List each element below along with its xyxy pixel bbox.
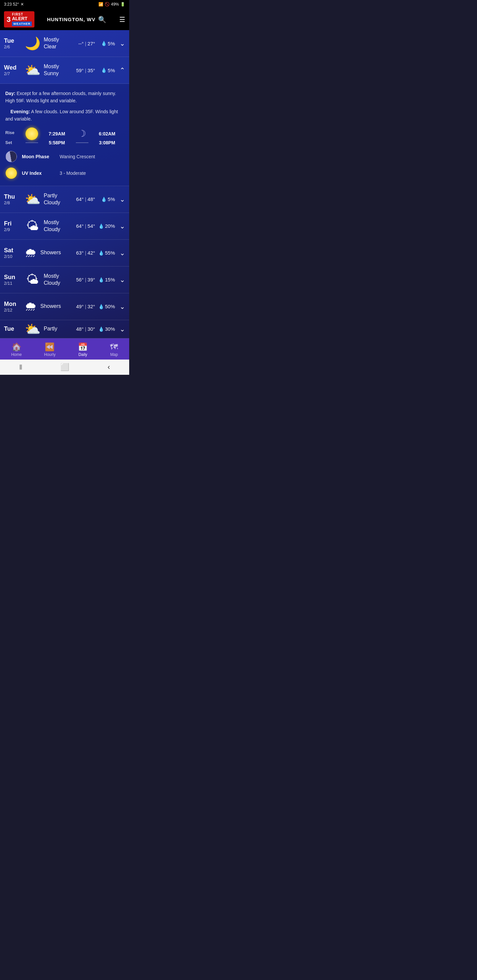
app-logo: 3 FIRST ALERT WEATHER — [4, 11, 34, 27]
temp-low-tue: 27° — [88, 41, 95, 46]
nav-home[interactable]: 🏠 Home — [6, 341, 27, 358]
status-right: 📶 🚫 49% 🔋 — [98, 2, 125, 6]
chevron-thu[interactable]: ⌄ — [120, 195, 125, 203]
sun-moon-table: Rise 7:29AM ☽ 6:02AM Set 5:58PM — [5, 127, 124, 145]
temps-fri: 64° | 54° — [64, 223, 95, 229]
day-row-tue2[interactable]: Tue ⛅ Partly 48° | 30° 💧 30% ⌄ — [0, 320, 129, 338]
condition-sat: Showers — [40, 249, 61, 256]
chevron-tue2[interactable]: ⌄ — [120, 325, 125, 333]
sun-moon-section: Rise 7:29AM ☽ 6:02AM Set 5:58PM — [5, 127, 124, 145]
chevron-mon[interactable]: ⌄ — [120, 302, 125, 310]
temp-low-fri: 54° — [88, 223, 95, 229]
day-row-fri[interactable]: Fri 2/9 🌤 Mostly Cloudy 64° | 54° 💧 20% … — [0, 213, 129, 240]
temp-low-wed: 35° — [88, 68, 95, 73]
weather-icon-tue: 🌙 — [24, 35, 41, 52]
temp-high-tue: --° — [78, 41, 83, 46]
drop-icon-tue: 💧 — [101, 41, 107, 46]
moon-rise-time: 6:02AM — [91, 127, 124, 140]
condition-thu: Partly Cloudy — [44, 192, 61, 206]
day-row-sun[interactable]: Sun 2/11 🌤 Mostly Cloudy 56° | 39° 💧 15%… — [0, 267, 129, 293]
temp-high-wed: 59° — [76, 68, 84, 73]
day-name-wed: Wed — [4, 64, 21, 71]
day-row-mon[interactable]: Mon 2/12 🌧 Showers 49° | 32° 💧 50% ⌄ — [0, 293, 129, 320]
moon-phase-row: Moon Phase Waning Crescent — [5, 151, 124, 162]
wifi-icon: 📶 — [98, 2, 103, 6]
day-date-fri: 2/9 — [4, 227, 21, 232]
nav-map[interactable]: 🗺 Map — [105, 341, 123, 358]
nav-hourly[interactable]: ⏪ Hourly — [39, 341, 61, 358]
temp-low-sun: 39° — [88, 277, 95, 282]
temp-high-tue2: 48° — [76, 326, 84, 332]
drop-icon-wed: 💧 — [101, 68, 107, 73]
day-name-mon: Mon — [4, 301, 21, 307]
rise-label: Rise — [5, 127, 24, 140]
chevron-wed[interactable]: ⌃ — [120, 66, 125, 74]
logo-alert-text: ALERT — [12, 16, 32, 21]
nav-hourly-label: Hourly — [44, 352, 56, 357]
chevron-fri[interactable]: ⌄ — [120, 222, 125, 230]
day-info-sun: Sun 2/11 — [4, 274, 21, 286]
recent-apps-button[interactable]: ⦀ — [19, 363, 22, 371]
sun-set-time: 5:58PM — [40, 140, 74, 145]
weather-icon-sat: 🌧 — [24, 244, 38, 262]
uv-index-icon — [5, 167, 17, 179]
day-row-sat[interactable]: Sat 2/10 🌧 Showers 63° | 42° 💧 55% ⌄ — [0, 240, 129, 267]
home-button[interactable]: ⬜ — [60, 363, 69, 371]
bottom-nav: 🏠 Home ⏪ Hourly 📅 Daily 🗺 Map — [0, 338, 129, 360]
condition-mon: Showers — [40, 303, 61, 310]
day-date-wed: 2/7 — [4, 71, 21, 76]
evening-forecast-text: Evening: A few clouds. Low around 35F. W… — [5, 108, 124, 123]
menu-icon[interactable]: ☰ — [119, 16, 125, 24]
temp-low-mon: 32° — [88, 304, 95, 309]
condition-fri: Mostly Cloudy — [44, 219, 61, 233]
chevron-sat[interactable]: ⌄ — [120, 249, 125, 257]
moon-set-cell — [74, 140, 91, 145]
system-nav: ⦀ ⬜ ‹ — [0, 360, 129, 375]
daily-icon: 📅 — [78, 342, 88, 352]
back-button[interactable]: ‹ — [108, 363, 110, 371]
nav-home-label: Home — [11, 352, 22, 357]
condition-tue: Mostly Clear — [44, 37, 61, 50]
day-date-thu: 2/8 — [4, 200, 21, 205]
day-name-thu: Thu — [4, 193, 21, 200]
sun-rise-icon — [24, 127, 40, 140]
temp-low-sat: 42° — [88, 250, 95, 256]
precip-tue2: 💧 30% — [98, 326, 115, 332]
status-left: 3:23 52° ✕ — [4, 2, 24, 6]
logo-weather-text: WEATHER — [12, 22, 32, 26]
moon-set-time: 3:08PM — [91, 140, 124, 145]
uv-index-value: 3 - Moderate — [60, 170, 86, 176]
battery-text: 49% — [111, 2, 119, 6]
moon-phase-icon — [5, 151, 17, 162]
condition-wed: Mostly Sunny — [44, 63, 61, 77]
sun-set-cell — [24, 140, 40, 145]
day-row-wed[interactable]: Wed 2/7 ⛅ Mostly Sunny 59° | 35° 💧 5% ⌃ — [0, 57, 129, 84]
chevron-sun[interactable]: ⌄ — [120, 276, 125, 284]
search-icon[interactable]: 🔍 — [98, 16, 107, 24]
chevron-tue[interactable]: ⌄ — [120, 40, 125, 47]
precip-wed: 💧 5% — [98, 68, 115, 73]
temp-low-tue2: 30° — [88, 326, 95, 332]
day-forecast-text: Day: Except for a few afternoon clouds, … — [5, 90, 124, 105]
day-row-thu[interactable]: Thu 2/8 ⛅ Partly Cloudy 64° | 48° 💧 5% ⌄ — [0, 186, 129, 213]
status-time: 3:23 — [4, 2, 11, 6]
header-icons: ☰ — [119, 16, 125, 24]
weather-icon-fri: 🌤 — [24, 218, 41, 235]
detail-panel-wed: Day: Except for a few afternoon clouds, … — [0, 84, 129, 186]
battery-icon: 🔋 — [120, 2, 125, 6]
temps-sun: 56° | 39° — [64, 277, 95, 282]
nav-daily[interactable]: 📅 Daily — [73, 341, 93, 358]
day-info-tue: Tue 2/6 — [4, 37, 21, 49]
temp-low-thu: 48° — [88, 196, 95, 202]
day-row-tue[interactable]: Tue 2/6 🌙 Mostly Clear --° | 27° 💧 5% ⌄ — [0, 30, 129, 57]
condition-tue2: Partly — [44, 325, 61, 332]
precip-tue: 💧 5% — [98, 41, 115, 46]
temps-wed: 59° | 35° — [64, 68, 95, 73]
nav-daily-label: Daily — [78, 352, 88, 357]
day-name-tue2: Tue — [4, 325, 21, 332]
temp-high-sun: 56° — [76, 277, 84, 282]
moon-phase-label: Moon Phase — [22, 154, 55, 159]
temp-high-thu: 64° — [76, 196, 84, 202]
location-text: HUNTINGTON, WV — [47, 17, 96, 22]
status-x-icon: ✕ — [21, 2, 24, 6]
